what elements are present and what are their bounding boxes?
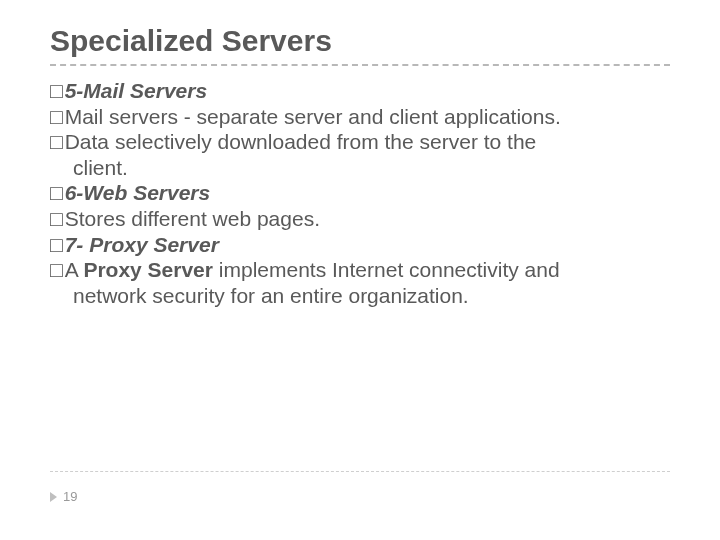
line-5: □Stores different web pages. xyxy=(50,206,670,232)
text-run: 7- xyxy=(65,233,84,256)
square-bullet-icon: □ xyxy=(50,180,63,206)
text-run: Stores xyxy=(65,207,126,230)
line-6: □7- Proxy Server xyxy=(50,232,670,258)
body-text: □5-Mail Servers □Mail servers - separate… xyxy=(50,78,670,308)
text-run: A xyxy=(65,258,84,281)
text-run: implements Internet connectivity and xyxy=(213,258,560,281)
line-3-cont: client. xyxy=(50,155,670,181)
page-number: 19 xyxy=(63,489,77,504)
line-3: □Data selectively downloaded from the se… xyxy=(50,129,670,155)
title-divider xyxy=(50,64,670,66)
text-run: 6-Web Servers xyxy=(65,181,211,204)
text-run: client. xyxy=(73,156,128,179)
text-run: network security for an entire organizat… xyxy=(73,284,469,307)
footer: 19 xyxy=(50,489,77,504)
line-2: □Mail servers - separate server and clie… xyxy=(50,104,670,130)
footer-divider xyxy=(50,471,670,472)
square-bullet-icon: □ xyxy=(50,257,63,283)
square-bullet-icon: □ xyxy=(50,129,63,155)
square-bullet-icon: □ xyxy=(50,104,63,130)
text-run: selectively downloaded from the server t… xyxy=(109,130,536,153)
square-bullet-icon: □ xyxy=(50,206,63,232)
square-bullet-icon: □ xyxy=(50,78,63,104)
text-run: Proxy Server xyxy=(83,258,213,281)
line-7: □A Proxy Server implements Internet conn… xyxy=(50,257,670,283)
line-4: □6-Web Servers xyxy=(50,180,670,206)
text-run: 5-Mail Servers xyxy=(65,79,207,102)
text-run: Data xyxy=(65,130,109,153)
square-bullet-icon: □ xyxy=(50,232,63,258)
text-run: servers - separate server and client app… xyxy=(103,105,561,128)
text-run: different web pages. xyxy=(125,207,320,230)
text-run: Mail xyxy=(65,105,104,128)
triangle-right-icon xyxy=(50,492,57,502)
page-title: Specialized Servers xyxy=(50,24,670,58)
text-run: Proxy Server xyxy=(83,233,218,256)
line-7-cont: network security for an entire organizat… xyxy=(50,283,670,309)
slide: Specialized Servers □5-Mail Servers □Mai… xyxy=(0,0,720,540)
line-1: □5-Mail Servers xyxy=(50,78,670,104)
